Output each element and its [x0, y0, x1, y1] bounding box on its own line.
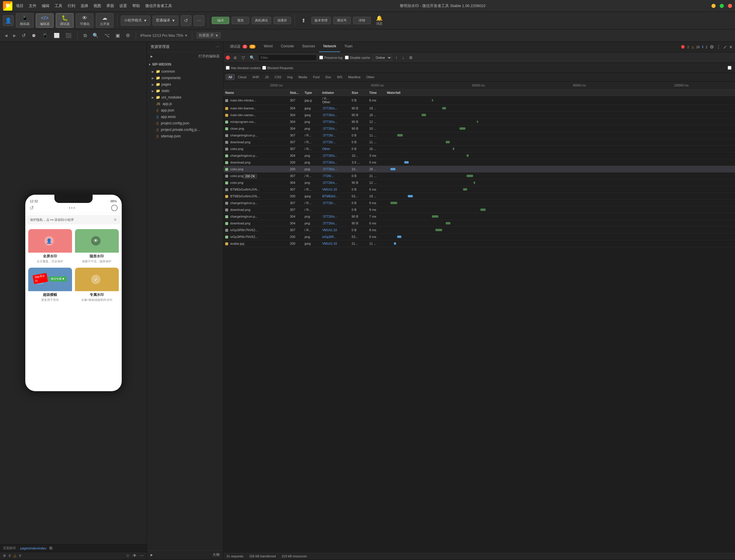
screen-icon[interactable]: ⬛	[64, 31, 73, 39]
table-row[interactable]: color.png 200 OK 307 / R... :7726/... 0 …	[224, 173, 735, 179]
cloud-btn[interactable]: ☁ 云开发	[96, 13, 114, 28]
table-row[interactable]: color.png 304 png :37726/s... 90 B 12 ..…	[224, 179, 735, 186]
col-waterfall[interactable]: Waterfall	[385, 90, 735, 96]
col-time[interactable]: Time	[367, 90, 385, 96]
filter-img[interactable]: Img	[285, 74, 295, 80]
preview-btn[interactable]: 预览	[232, 17, 249, 24]
avatar-btn[interactable]: 👤	[3, 15, 14, 26]
phone-card-banner[interactable]: 实验用水印 📷 微信专属 ▶ 超级横幅 更多用于宣	[28, 268, 72, 303]
eye-icon[interactable]: 👁	[133, 553, 137, 558]
hide-data-urls-checkbox[interactable]	[728, 66, 731, 70]
table-row[interactable]: changeImgIcon.p... 307 / R... :37726/...…	[224, 132, 735, 139]
table-row[interactable]: BTMEbGxAHnJV6... 200 jpeg BTMEbG... 53..…	[224, 193, 735, 200]
menu-select[interactable]: 选择	[79, 3, 90, 9]
tab-sources[interactable]: Sources	[298, 42, 319, 52]
file-item-pages[interactable]: ▶ 📁 pages	[147, 81, 223, 88]
settings2-icon[interactable]: ⚙	[408, 55, 414, 61]
file-item-uni-modules[interactable]: ▶ 📁 uni_modules	[147, 94, 223, 101]
phone-card-invisible[interactable]: 👁 隐形水印 肉眼不可见，隐形保护	[75, 229, 119, 265]
phone-icon[interactable]: 📱	[40, 31, 50, 39]
disable-cache-checkbox[interactable]	[345, 56, 349, 59]
table-row[interactable]: close.png 304 png :37726/s... 90 B 10 ..…	[224, 125, 735, 132]
filter-icon[interactable]: ▽	[241, 55, 246, 61]
filter-cloud[interactable]: Cloud	[235, 74, 249, 80]
file-item-project-config[interactable]: {} project.config.json	[147, 120, 223, 126]
upload-btn[interactable]: ⬆	[299, 15, 309, 26]
has-blocked-cookies-checkbox[interactable]	[226, 66, 230, 70]
menu-settings[interactable]: 设置	[118, 3, 129, 9]
debugger-btn[interactable]: 🐛 调试器	[56, 13, 74, 28]
menu-tool[interactable]: 工具	[53, 3, 64, 9]
record-icon[interactable]: ⏺	[30, 32, 38, 39]
file-item-project-private[interactable]: {} project.private.config.js...	[147, 126, 223, 133]
dots-icon[interactable]: ⋮	[716, 44, 721, 50]
notification-btn[interactable]: 🔔 消息	[373, 14, 385, 27]
file-item-app-json[interactable]: {} app.json	[147, 107, 223, 114]
more-icon[interactable]: ⋯	[140, 553, 144, 558]
tab-console[interactable]: Console	[277, 42, 298, 52]
more-icon[interactable]: ⋯	[216, 44, 220, 49]
compile-mode-dropdown[interactable]: 普通编译 ▼	[153, 16, 179, 26]
table-row[interactable]: color.png 200 png :37726/s... 10... 28 .…	[224, 166, 735, 173]
menu-interface[interactable]: 界面	[105, 3, 116, 9]
col-type[interactable]: Type	[303, 90, 321, 96]
menu-file[interactable]: 文件	[27, 3, 38, 9]
table-row[interactable]: changeImgIcon.p... 304 png :37726/s... 9…	[224, 213, 735, 220]
star-icon[interactable]: ☆	[126, 553, 130, 558]
table-row[interactable]: miniprogram-mo... 304 png :37726/s... 90…	[224, 119, 735, 125]
table-row[interactable]: changeImgIcon.p... 304 png :37726/s... 1…	[224, 152, 735, 159]
editor-btn[interactable]: </> 编辑器	[36, 14, 54, 28]
clear-cache-btn[interactable]: 清缓存	[274, 17, 291, 24]
close-button[interactable]	[728, 4, 732, 8]
record-btn[interactable]	[226, 56, 230, 60]
filter-font[interactable]: Font	[311, 74, 322, 80]
col-name[interactable]: Name	[224, 90, 288, 96]
gear-icon[interactable]: ⚙	[124, 31, 132, 39]
throttle-select[interactable]: Online	[372, 54, 392, 61]
filter-js[interactable]: JS	[262, 74, 271, 80]
menu-goto[interactable]: 行到	[66, 3, 77, 9]
filter-manifest[interactable]: Manifest	[346, 74, 363, 80]
copy-icon[interactable]: ⧉	[82, 32, 89, 39]
refresh-icon[interactable]: ↺	[20, 31, 27, 39]
test-btn[interactable]: 测试号	[333, 17, 351, 24]
visible-btn[interactable]: 👁 可视化	[76, 14, 94, 28]
clear-btn[interactable]: ⊘	[232, 55, 238, 61]
filter-media[interactable]: Media	[296, 74, 310, 80]
phone-circle-btn[interactable]	[111, 205, 118, 211]
search-icon[interactable]: 🔍	[91, 31, 100, 39]
file-item-app-js[interactable]: JS app.js	[147, 101, 223, 107]
hotreload-btn[interactable]: 热重载 开 ▼	[196, 32, 221, 39]
file-item-components[interactable]: ▶ 📁 components	[147, 75, 223, 81]
mode-dropdown[interactable]: 小程序模式 ▼	[121, 16, 150, 26]
menu-project[interactable]: 项目	[14, 3, 25, 9]
simulator-btn[interactable]: 📱 模拟器	[16, 13, 34, 28]
table-row[interactable]: download.png 304 png :37726/s... 90 B 6 …	[224, 220, 735, 227]
tab-debugger[interactable]: 调试器 2 28	[226, 42, 260, 52]
branch-icon[interactable]: ⌥	[103, 31, 111, 39]
filter-other[interactable]: Other	[364, 74, 377, 80]
minimize-button[interactable]	[711, 4, 716, 8]
maximize-button[interactable]	[720, 4, 724, 8]
table-row[interactable]: main-btn-mindui... 307 jpg-g / R...Other…	[224, 96, 735, 105]
table-row[interactable]: download.png 200 png :37726/s... 3.9 ...…	[224, 159, 735, 166]
refresh-btn[interactable]: ↺	[181, 15, 191, 26]
col-size[interactable]: Size	[350, 90, 367, 96]
qr-icon[interactable]: ▣	[114, 31, 122, 39]
filter-doc[interactable]: Doc	[323, 74, 334, 80]
file-item-static[interactable]: ▶ 📁 static	[147, 88, 223, 94]
table-row[interactable]: changeImgIcon.p... 307 / R... :37726/...…	[224, 200, 735, 206]
filter-input[interactable]	[258, 54, 317, 61]
upload-icon[interactable]: ↑	[394, 55, 399, 61]
menu-view[interactable]: 视图	[92, 3, 103, 9]
real-machine-btn[interactable]: 真机调试	[252, 17, 271, 24]
table-row[interactable]: download.png 307 / R... 0 B 9 ms	[224, 206, 735, 213]
file-item-sitemap[interactable]: {} sitemap.json	[147, 133, 223, 139]
table-row[interactable]: ivGp3iR8n7NV62... 307 / R... VM141:10 0 …	[224, 227, 735, 234]
menu-wechat-dev[interactable]: 微信开发者工具	[144, 3, 174, 9]
detail-btn[interactable]: 详情	[353, 17, 371, 24]
table-row[interactable]: avatar.jpg 200 jpeg VM141:10 21... 11 ..…	[224, 240, 735, 247]
version-btn[interactable]: 版本管理	[311, 17, 331, 24]
compile-btn[interactable]: 编译	[212, 17, 229, 24]
filter-xhr[interactable]: XHR	[250, 74, 262, 80]
